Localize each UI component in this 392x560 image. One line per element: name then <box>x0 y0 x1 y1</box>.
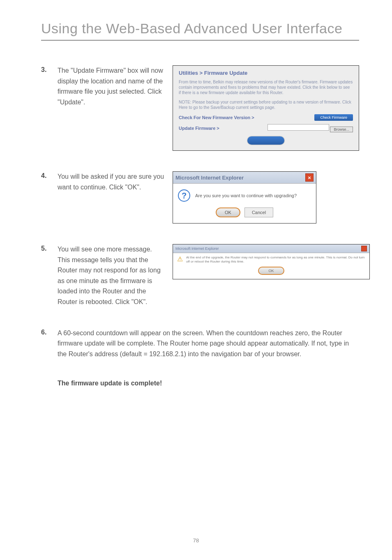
step-text: A 60-second countdown will appear on the… <box>58 328 359 360</box>
panel-paragraph-2: NOTE: Please backup your current setting… <box>179 99 353 110</box>
browse-button[interactable]: Browse... <box>330 127 353 132</box>
update-button[interactable] <box>247 136 284 145</box>
step-number: 6. <box>41 328 58 336</box>
title-divider <box>41 40 359 41</box>
step-number: 5. <box>41 244 58 252</box>
step-text: You will see one more message. This mess… <box>58 244 164 307</box>
completion-message: The firmware update is complete! <box>58 380 359 387</box>
step-number: 4. <box>41 171 58 180</box>
dialog-title: Microsoft Internet Explorer <box>175 175 244 181</box>
step-number: 3. <box>41 65 58 74</box>
step-text: You will be asked if you are sure you wa… <box>58 171 164 192</box>
question-icon: ? <box>178 189 190 202</box>
close-icon[interactable] <box>361 246 367 251</box>
check-firmware-label: Check For New Firmware Version > <box>179 115 254 120</box>
update-firmware-label: Update Firmware > <box>179 126 219 131</box>
check-firmware-button[interactable]: Check Firmware <box>314 114 353 121</box>
dialog-message: Are you sure you want to continue with u… <box>195 193 297 198</box>
confirm-dialog: Microsoft Internet Explorer × ? Are you … <box>173 171 316 224</box>
panel-heading: Utilities > Firmware Update <box>179 70 353 76</box>
panel-paragraph-1: From time to time, Belkin may release ne… <box>179 79 353 95</box>
firmware-update-panel: Utilities > Firmware Update From time to… <box>173 65 359 151</box>
info-dialog: Microsoft Internet Explorer ⚠ At the end… <box>173 244 370 279</box>
step-3: 3. The "Update Firmware" box will now di… <box>41 65 359 151</box>
close-icon[interactable]: × <box>305 173 314 182</box>
ok-button[interactable]: OK <box>258 267 284 275</box>
firmware-file-input[interactable] <box>267 124 329 131</box>
cancel-button[interactable]: Cancel <box>244 207 273 217</box>
warning-icon: ⚠ <box>177 256 183 262</box>
dialog-message: At the end of the upgrade, the Router ma… <box>186 256 365 263</box>
step-4: 4. You will be asked if you are sure you… <box>41 171 359 224</box>
dialog-title: Microsoft Internet Explorer <box>175 247 219 251</box>
page-title: Using the Web-Based Advanced User Interf… <box>41 21 359 37</box>
step-6: 6. A 60-second countdown will appear on … <box>41 328 359 360</box>
step-text: The "Update Firmware" box will now displ… <box>58 65 164 107</box>
step-5: 5. You will see one more message. This m… <box>41 244 359 307</box>
page-number: 78 <box>0 537 392 544</box>
ok-button[interactable]: OK <box>216 207 240 217</box>
